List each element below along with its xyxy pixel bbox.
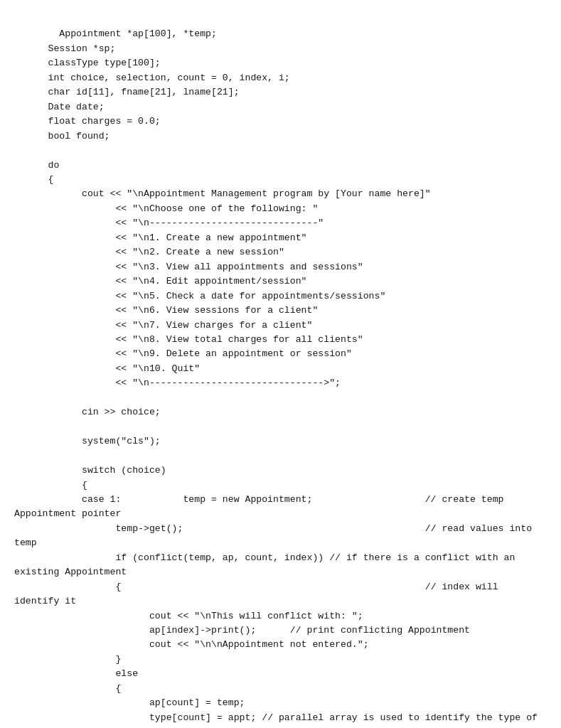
code-content: Appointment *ap[100], *temp; Session *sp…	[14, 28, 549, 728]
code-block: Appointment *ap[100], *temp; Session *sp…	[0, 0, 561, 728]
